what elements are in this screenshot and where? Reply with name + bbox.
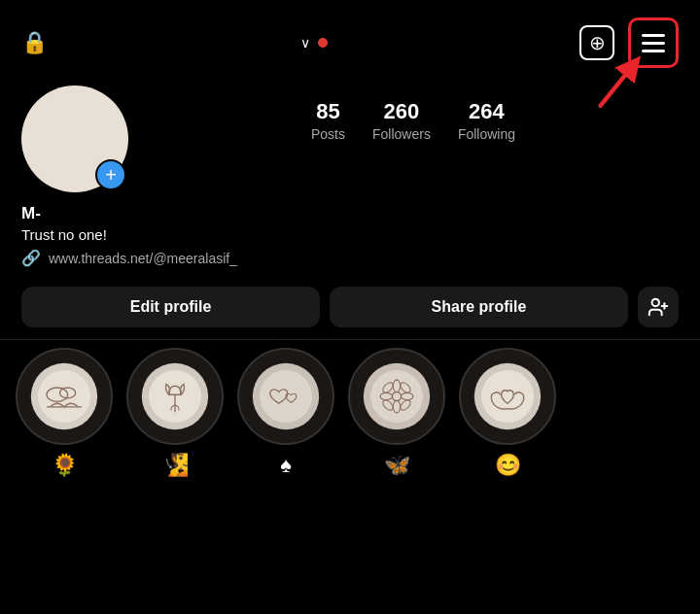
story-art-4 [362, 361, 432, 431]
profile-link[interactable]: www.threads.net/@meeralasif_ [49, 251, 237, 266]
bio-text: Trust no one! [21, 226, 679, 243]
following-stat[interactable]: 264 Following [458, 99, 515, 142]
action-buttons: Edit profile Share profile [0, 271, 700, 339]
red-arrow-indicator [583, 51, 651, 119]
svg-point-2 [652, 299, 659, 306]
story-emoji-2: 🧏 [162, 453, 189, 478]
edit-profile-button[interactable]: Edit profile [21, 287, 320, 327]
top-bar-left: 🔒 [21, 30, 48, 55]
following-count: 264 [469, 99, 505, 124]
story-ring-4 [348, 348, 445, 445]
story-ring-3 [237, 348, 334, 445]
story-ring-5 [459, 348, 556, 445]
posts-label: Posts [311, 126, 345, 142]
add-avatar-button[interactable]: + [95, 159, 126, 190]
story-art-5 [472, 361, 542, 431]
followers-stat[interactable]: 260 Followers [372, 99, 431, 142]
story-item-4[interactable]: 🦋 [348, 348, 445, 478]
story-art-1 [29, 361, 99, 431]
notification-dot [318, 38, 328, 48]
story-item-2[interactable]: 🧏 [126, 348, 224, 478]
link-row: 🔗 www.threads.net/@meeralasif_ [21, 249, 679, 267]
svg-point-6 [38, 370, 90, 423]
followers-label: Followers [372, 126, 431, 142]
followers-count: 260 [384, 99, 420, 124]
share-profile-button[interactable]: Share profile [330, 287, 628, 327]
story-item-1[interactable]: 🌻 [16, 348, 113, 478]
posts-count: 85 [316, 99, 339, 124]
svg-point-27 [481, 370, 534, 423]
name-bio-section: M- Trust no one! 🔗 www.threads.net/@meer… [0, 192, 700, 271]
svg-line-1 [601, 66, 633, 106]
story-emoji-5: 😊 [495, 453, 521, 478]
story-ring-2 [126, 348, 224, 445]
story-emoji-1: 🌻 [52, 453, 78, 478]
story-row: 🌻 🧏 ♠ [0, 340, 700, 486]
story-emoji-3: ♠ [280, 453, 292, 478]
story-item-5[interactable]: 😊 [459, 348, 556, 478]
story-ring-1 [16, 348, 113, 445]
dropdown-arrow-icon[interactable]: ∨ [300, 35, 310, 51]
lock-icon: 🔒 [21, 30, 48, 55]
story-art-2 [140, 361, 210, 431]
hamburger-icon [642, 34, 665, 52]
story-item-3[interactable]: ♠ [237, 348, 334, 478]
svg-point-16 [370, 370, 423, 423]
posts-stat[interactable]: 85 Posts [311, 99, 345, 142]
add-person-icon [648, 296, 669, 318]
top-bar-center: ∨ [300, 35, 328, 51]
add-friend-button[interactable] [638, 287, 679, 327]
avatar-container: + [21, 85, 128, 192]
link-icon: 🔗 [21, 249, 41, 267]
story-emoji-4: 🦋 [384, 453, 410, 478]
story-art-3 [251, 361, 321, 431]
username: M- [21, 204, 679, 223]
following-label: Following [458, 126, 515, 142]
menu-line-1 [642, 34, 665, 37]
menu-line-2 [642, 42, 665, 45]
